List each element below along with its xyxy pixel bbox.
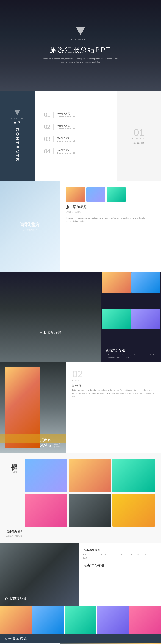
item-sub: Click here to enter a title [57, 152, 76, 154]
grid-photo-4 [132, 309, 160, 329]
item-main: 点击输入标题 [57, 136, 76, 139]
item-sub: Click here to enter a title [57, 116, 76, 118]
item-num: 04 [44, 148, 54, 154]
grid-photo-1 [102, 272, 131, 293]
sidebar-title: CONTENTS [15, 128, 20, 162]
slide-poetry: 诗和远方 向往诗意的远方 点击添加标题 点击输入一句小标语 In this pa… [0, 181, 161, 272]
item-sub: Click here to enter a title [57, 128, 76, 130]
slide4-right: 点击添加标题 In this part you should describe … [101, 272, 161, 362]
slide5-brand: BUSINEPLAN [72, 380, 155, 381]
bottom-photo-5 [129, 606, 161, 634]
slide3-desc: In this part you should describe your bu… [66, 216, 155, 223]
watermark-cn: 诗和远方 [20, 221, 40, 228]
slide5-desc: In this part you should describe your bu… [72, 389, 155, 398]
photo-thumb-3 [107, 188, 126, 202]
bottom-photo-1 [0, 606, 32, 634]
slide-cover: BUSINEPLAN 旅游汇报总结PPT Lorem ipsum dolor s… [0, 0, 161, 90]
slide-contents: BUSINEPLAN 目录 CONTENTS 01 点击输入标题 Click h… [0, 90, 161, 181]
cover-title: 旅游汇报总结PPT [41, 46, 120, 54]
slide6-main-title: 点击添加标题 [6, 530, 155, 534]
memory-item-1: 分类标题 [11, 463, 18, 466]
contents-panel: 01 BUSINEPLAN 点击输入标题 [117, 90, 161, 181]
triangle-icon [76, 27, 85, 35]
slide4-left: 点击添加标题 [0, 272, 101, 362]
memory-photo-4 [25, 494, 68, 527]
slide7-side-sub: 点击输入标题 [83, 563, 156, 568]
slide4-photo-grid [101, 272, 161, 345]
memory-photo-6 [112, 494, 155, 527]
memory-photo-5 [69, 494, 111, 527]
bottom-photo-2 [32, 606, 64, 634]
contents-item-2: 02 点击输入标题 Click here to enter a title [44, 124, 108, 130]
slide-city: 点击添加标题 点击添加标题 In this part you should de… [0, 544, 161, 634]
memory-cn: 记忆 [10, 459, 18, 462]
slide7-side-desc: In this part you should describe your bu… [83, 554, 156, 560]
contents-list: 01 点击输入标题 Click here to enter a title 02… [34, 90, 117, 181]
slide3-title: 点击添加标题 [66, 205, 155, 210]
slide3-photo-row [66, 188, 155, 202]
slide5-title: 点击输入标题 [40, 437, 54, 447]
slide-road: 点击添加标题 点击添加标题 In this part you should de… [0, 272, 161, 362]
road-panorama [60, 643, 161, 644]
watermark-sub: 向往诗意的远方 [20, 229, 40, 232]
item-main: 点击输入标题 [57, 124, 76, 127]
slide6-main-sub: 点击输入一句小标语 [6, 535, 155, 537]
memory-item-3: 分类标题 [11, 471, 18, 474]
slide4-bottom-desc: In this part you should describe your bu… [106, 354, 156, 359]
slide7-top: 点击添加标题 点击添加标题 In this part you should de… [0, 544, 161, 606]
item-num: 03 [44, 136, 54, 142]
memory-item-2: 分类标题 [11, 467, 18, 470]
slide5-left: 点击输入标题 麦田里的守望 [0, 362, 66, 453]
memory-photo-3 [112, 459, 155, 492]
slide7-side: 点击添加标题 In this part you should describe … [78, 544, 161, 606]
slide5-sub: 麦田里的守望 [54, 443, 61, 448]
slide7-main-image: 点击添加标题 [0, 544, 78, 606]
slide5-heading: 添加标题 [72, 384, 155, 387]
memory-photo-1 [25, 459, 68, 492]
slide4-bottom-title: 点击添加标题 [106, 348, 156, 352]
slide-road2: 点击添加标题 点击添加标题 In this part you should de… [0, 634, 161, 644]
slide-memory: 记忆 分类标题 分类标题 分类标题 点击添加标题 点击输入一句小标语 [0, 453, 161, 544]
photo-thumb-1 [66, 188, 85, 202]
slide5-num: 02 [72, 368, 155, 380]
slide4-center-title: 点击添加标题 [39, 331, 62, 335]
slide3-right-panel: 点击添加标题 点击输入一句小标语 In this part you should… [60, 181, 161, 272]
slide7-side-title: 点击添加标题 [83, 548, 156, 552]
sidebar-cn: 目录 [13, 120, 22, 125]
panel-text: 点击输入标题 [133, 142, 145, 145]
slide8-body: 点击添加标题 In this part you should describe … [0, 643, 161, 644]
cover-subtitle: Lorem ipsum dolor sit amet, consectetur … [41, 58, 120, 64]
road-image [0, 272, 101, 362]
slide4-bottom: 点击添加标题 In this part you should describe … [101, 345, 161, 362]
memory-photo-grid [25, 459, 155, 526]
panel-number: 01 [134, 127, 144, 138]
slide8-right [60, 643, 161, 644]
watermark-block: 诗和远方 向往诗意的远方 [20, 221, 40, 232]
photo-thumb-2 [86, 188, 105, 202]
brush-stroke [0, 434, 66, 444]
grid-photo-3 [102, 309, 131, 329]
slide5-right: 02 BUSINEPLAN 添加标题 In this part you shou… [66, 362, 161, 453]
slide3-left-panel: 诗和远方 向往诗意的远方 [0, 181, 60, 272]
sidebar-brand: BUSINEPLAN [11, 118, 24, 119]
slide7-overlay-title: 点击添加标题 [5, 596, 27, 601]
sidebar-triangle [14, 110, 20, 115]
panel-brand: BUSINEPLAN [132, 138, 146, 140]
slide6-title: 点击添加标题 点击输入一句小标语 [6, 530, 155, 537]
bottom-photo-4 [97, 606, 129, 634]
slide8-top-bar: 点击添加标题 [0, 634, 161, 643]
item-main: 点击输入标题 [57, 112, 76, 115]
item-sub: Click here to enter a title [57, 140, 76, 142]
item-main: 点击输入标题 [57, 148, 76, 152]
slide6-top: 记忆 分类标题 分类标题 分类标题 [6, 459, 155, 526]
slide3-subtitle: 点击输入一句小标语 [66, 211, 155, 213]
contents-item-1: 01 点击输入标题 Click here to enter a title [44, 112, 108, 118]
brand-label: BUSINEPLAN [41, 38, 120, 41]
item-num: 01 [44, 112, 54, 118]
contents-sidebar: BUSINEPLAN 目录 CONTENTS [0, 90, 34, 181]
slide7-bottom-strip [0, 606, 161, 634]
slide-wheat: 点击输入标题 麦田里的守望 02 BUSINEPLAN 添加标题 In this… [0, 362, 161, 453]
memory-photo-2 [69, 459, 111, 492]
item-num: 02 [44, 124, 54, 130]
grid-photo-2 [132, 272, 160, 293]
